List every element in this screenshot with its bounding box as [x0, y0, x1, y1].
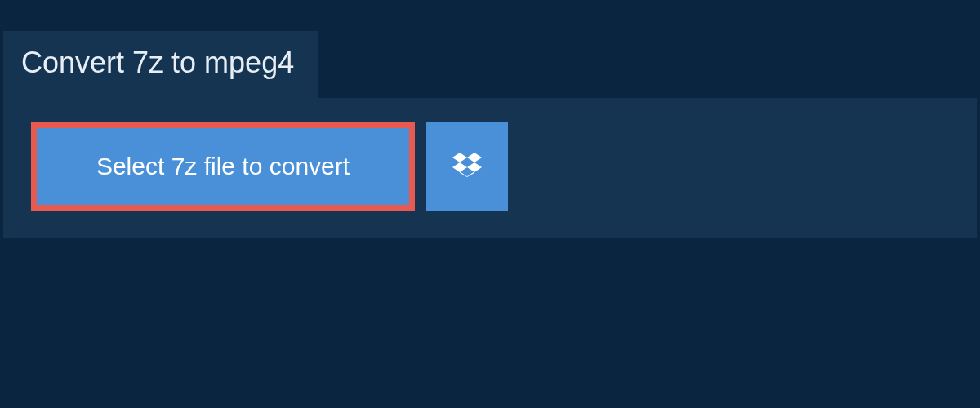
dropbox-button[interactable]	[426, 122, 508, 211]
page-title-tab: Convert 7z to mpeg4	[3, 31, 318, 98]
page-title: Convert 7z to mpeg4	[21, 46, 294, 79]
select-file-label: Select 7z file to convert	[96, 153, 350, 180]
dropbox-icon	[452, 150, 482, 183]
converter-panel: Select 7z file to convert	[3, 98, 977, 238]
action-row: Select 7z file to convert	[31, 122, 977, 211]
select-file-button[interactable]: Select 7z file to convert	[31, 122, 415, 211]
